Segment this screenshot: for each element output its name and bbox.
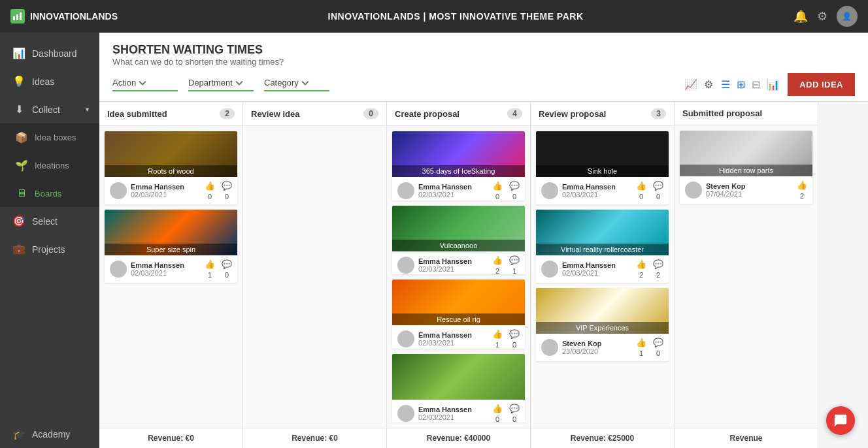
card-user-row: Steven Kop07/04/2021👍2 xyxy=(685,180,807,200)
card-stats: 👍0💬0 xyxy=(205,181,232,200)
chevron-down-icon xyxy=(301,79,309,87)
card-date: 02/03/2021 xyxy=(418,265,472,273)
avatar[interactable]: 👤 xyxy=(837,6,858,27)
card-body: Emma Hanssen02/03/2021👍0💬0 xyxy=(392,177,525,200)
card-comments[interactable]: 💬2 xyxy=(653,259,663,279)
thumbs-up-icon: 👍 xyxy=(636,259,646,269)
card-likes[interactable]: 👍2 xyxy=(636,259,646,279)
header-toolbar: Action Department Category 📈 ⚙ xyxy=(112,73,855,101)
card-likes[interactable]: 👍0 xyxy=(492,404,503,423)
column-title: Submitted proposal xyxy=(682,108,762,118)
comment-icon: 💬 xyxy=(222,181,232,191)
card-stats: 👍1💬0 xyxy=(492,329,520,349)
column-cards-review-idea xyxy=(243,126,386,428)
card-comments[interactable]: 💬0 xyxy=(222,259,232,279)
idea-card-sink-hole[interactable]: Sink holeEmma Hanssen02/03/2021👍0💬0 xyxy=(536,131,669,204)
sidebar-item-idea-boxes[interactable]: 📦 Idea boxes xyxy=(0,123,99,152)
idea-card-rescue-oil-rig[interactable]: Rescue oil rigEmma Hanssen02/03/2021👍1💬0 xyxy=(392,280,525,349)
card-likes[interactable]: 👍2 xyxy=(492,255,503,275)
kanban-column-create-proposal: Create proposal4365-days of IceSkatingEm… xyxy=(387,102,531,448)
department-filter[interactable]: Department xyxy=(188,78,254,91)
card-likes[interactable]: 👍0 xyxy=(636,181,646,200)
chart-view-icon[interactable]: 📊 xyxy=(765,77,781,92)
thumbs-up-icon: 👍 xyxy=(205,259,215,269)
idea-card-365-days-iceskating[interactable]: 365-days of IceSkatingEmma Hanssen02/03/… xyxy=(392,131,525,200)
card-body: Steven Kop07/04/2021👍2 xyxy=(680,176,812,204)
card-date: 02/03/2021 xyxy=(418,339,472,347)
card-avatar xyxy=(541,261,558,278)
sidebar-item-academy[interactable]: 🎓 Academy xyxy=(0,420,99,448)
sidebar-item-projects[interactable]: 💼 Projects xyxy=(0,235,99,263)
sidebar-item-ideas[interactable]: 💡 Ideas xyxy=(0,67,99,95)
card-likes[interactable]: 👍0 xyxy=(492,181,503,200)
chevron-down-icon xyxy=(235,79,243,87)
comments-count: 1 xyxy=(512,267,516,275)
card-likes[interactable]: 👍1 xyxy=(205,259,215,279)
card-date: 23/08/2020 xyxy=(562,347,602,355)
card-likes[interactable]: 👍0 xyxy=(205,181,215,200)
app-layout: 📊 Dashboard 💡 Ideas ⬇ Collect ▾ 📦 Idea b… xyxy=(0,33,868,448)
idea-card-scroll-card-5[interactable]: Emma Hanssen02/03/2021👍0💬0 xyxy=(392,354,525,423)
card-date: 02/03/2021 xyxy=(131,191,184,199)
idea-card-hidden-row-parts[interactable]: Hidden row partsSteven Kop07/04/2021👍2 xyxy=(680,131,812,204)
list-view-icon[interactable]: ☰ xyxy=(720,77,731,92)
card-comments[interactable]: 💬0 xyxy=(653,338,663,357)
card-comments[interactable]: 💬0 xyxy=(653,181,663,200)
monitor-icon: 🖥 xyxy=(15,187,28,199)
column-view-icon[interactable]: ⊞ xyxy=(735,77,746,92)
card-body: Emma Hanssen02/03/2021👍1💬0 xyxy=(105,255,237,283)
idea-card-vulcaanooo[interactable]: VulcaanoooEmma Hanssen02/03/2021👍2💬1 xyxy=(392,206,525,275)
trend-icon[interactable]: 📈 xyxy=(684,78,697,91)
box-icon: 📦 xyxy=(15,131,28,144)
column-title: Idea submitted xyxy=(107,109,167,119)
logo[interactable]: INNOVATIONLANDS xyxy=(10,9,118,24)
card-comments[interactable]: 💬0 xyxy=(509,404,520,423)
top-nav-right: 🔔 ⚙ 👤 xyxy=(793,6,858,27)
sidebar-item-boards[interactable]: 🖥 Boards xyxy=(0,180,99,207)
card-likes[interactable]: 👍1 xyxy=(636,338,646,357)
add-idea-button[interactable]: ADD IDEA xyxy=(788,73,855,96)
sidebar-item-select[interactable]: 🎯 Select xyxy=(0,207,99,235)
card-author: Steven Kop xyxy=(562,340,602,347)
sidebar-item-dashboard[interactable]: 📊 Dashboard xyxy=(0,39,99,67)
chevron-down-icon xyxy=(139,79,146,87)
column-header-create-proposal: Create proposal4 xyxy=(387,102,530,126)
chat-bubble[interactable] xyxy=(826,406,855,435)
gear-icon[interactable]: ⚙ xyxy=(704,78,713,91)
kanban-board: Idea submitted2Roots of woodEmma Hanssen… xyxy=(99,102,868,448)
notification-icon[interactable]: 🔔 xyxy=(793,9,808,24)
chevron-down-icon: ▾ xyxy=(86,106,89,113)
card-likes[interactable]: 👍1 xyxy=(492,329,503,349)
idea-card-super-size-spin[interactable]: Super size spinEmma Hanssen02/03/2021👍1💬… xyxy=(105,210,237,283)
settings-icon[interactable]: ⚙ xyxy=(817,9,827,24)
card-comments[interactable]: 💬0 xyxy=(222,181,232,200)
card-comments[interactable]: 💬0 xyxy=(509,181,520,200)
card-date: 02/03/2021 xyxy=(418,413,472,421)
comments-count: 0 xyxy=(656,349,660,357)
card-author: Emma Hanssen xyxy=(562,261,616,269)
card-avatar xyxy=(541,339,558,356)
sidebar-item-label: Ideations xyxy=(35,161,69,170)
sidebar-item-label: Projects xyxy=(32,244,65,255)
card-likes[interactable]: 👍2 xyxy=(797,180,807,200)
action-filter[interactable]: Action xyxy=(112,78,178,91)
column-cards-submitted-proposal: Hidden row partsSteven Kop07/04/2021👍2 xyxy=(675,125,818,428)
sidebar-item-label: Ideas xyxy=(32,76,54,87)
briefcase-icon: 💼 xyxy=(12,243,25,255)
idea-card-vip-experiences[interactable]: VIP ExperiencesSteven Kop23/08/2020👍1💬0 xyxy=(536,288,669,361)
card-comments[interactable]: 💬1 xyxy=(509,255,520,275)
category-filter[interactable]: Category xyxy=(264,78,329,91)
idea-card-roots-of-wood[interactable]: Roots of woodEmma Hanssen02/03/2021👍0💬0 xyxy=(105,131,237,204)
card-image-label: Roots of wood xyxy=(105,165,237,177)
idea-card-virtual-reality-rollercoaster[interactable]: Virtual reality rollercoasterEmma Hansse… xyxy=(536,210,669,283)
sidebar-submenu: 📦 Idea boxes 🌱 Ideations 🖥 Boards xyxy=(0,123,99,207)
column-cards-review-proposal: Sink holeEmma Hanssen02/03/2021👍0💬0Virtu… xyxy=(531,126,674,428)
card-image-label: 365-days of IceSkating xyxy=(392,165,525,177)
sidebar-item-collect[interactable]: ⬇ Collect ▾ xyxy=(0,95,99,123)
card-date: 02/03/2021 xyxy=(418,191,472,199)
grid-view-icon[interactable]: ⊟ xyxy=(750,77,761,92)
card-image-label: Sink hole xyxy=(536,165,669,177)
card-comments[interactable]: 💬0 xyxy=(509,329,520,349)
main-content: SHORTEN WAITING TIMES What can we do to … xyxy=(99,33,868,448)
sidebar-item-ideations[interactable]: 🌱 Ideations xyxy=(0,152,99,180)
